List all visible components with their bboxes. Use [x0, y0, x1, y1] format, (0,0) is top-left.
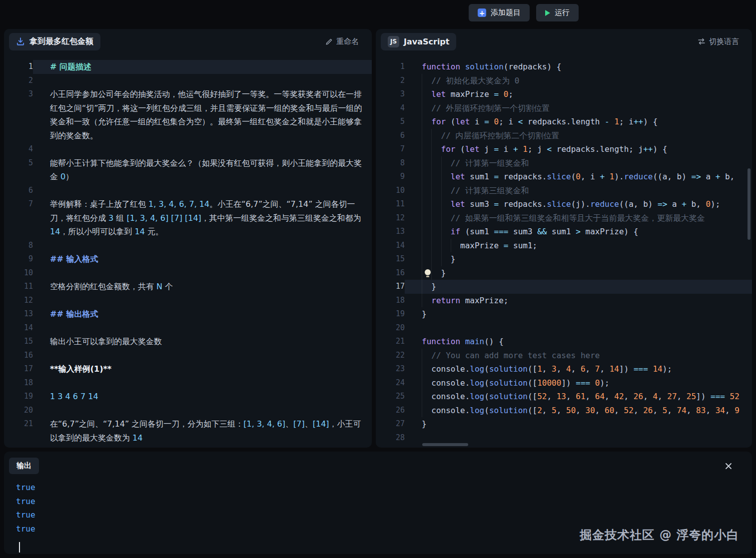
line-number: 20	[4, 404, 33, 418]
md-line[interactable]: 5能帮小王计算下他能拿到的最大奖金么？（如果没有红包可获得，则小王能拿到的最大奖…	[4, 156, 372, 184]
line-number: 1	[376, 60, 405, 74]
md-line[interactable]: 13## 输出格式	[4, 307, 372, 321]
md-line[interactable]: 14	[4, 321, 372, 335]
indent-guide	[441, 252, 451, 266]
code-line[interactable]: 12// 如果第一组和第三组奖金和相等且大于当前最大奖金，更新最大奖金	[376, 211, 752, 225]
line-number: 27	[376, 417, 405, 431]
output-line: true	[16, 495, 35, 509]
code-line[interactable]: 26console.log(solution([2, 5, 50, 30, 60…	[376, 404, 752, 418]
code-line-content	[405, 321, 752, 335]
line-number: 22	[376, 349, 405, 363]
code-line[interactable]: 14maxPrize = sum1;	[376, 239, 752, 253]
md-line[interactable]: 3小王同学参加公司年会的抽奖活动，他运气很好抽到了一等奖。一等奖获奖者可以在一排…	[4, 87, 372, 142]
md-line[interactable]: 191 3 4 6 7 14	[4, 390, 372, 404]
md-line-content: 空格分割的红包金额数，共有 N 个	[33, 280, 372, 294]
code-line[interactable]: 20	[376, 321, 752, 335]
code-line[interactable]: 5for (let i = 0; i < redpacks.length - 1…	[376, 115, 752, 129]
code-line-content: for (let i = 0; i < redpacks.length - 1;…	[405, 115, 752, 129]
md-line[interactable]: 21在“6,7”之间、“7,14” 之间各切一刀，分为如下三组：[1, 3, 4…	[4, 417, 372, 445]
md-line[interactable]: 11空格分割的红包金额数，共有 N 个	[4, 280, 372, 294]
vertical-scrollbar-thumb[interactable]	[748, 168, 751, 240]
line-number: 16	[4, 349, 33, 363]
indent-guide	[422, 156, 431, 170]
md-line[interactable]: 4	[4, 142, 372, 156]
code-line[interactable]: 19}	[376, 307, 752, 321]
line-number: 13	[376, 225, 405, 239]
code-line[interactable]: 7for (let j = i + 1; j < redpacks.length…	[376, 142, 752, 156]
md-line[interactable]: 16	[4, 349, 372, 363]
code-line[interactable]: 16}	[376, 266, 752, 280]
lightbulb-icon[interactable]	[424, 269, 431, 277]
output-tab[interactable]: 输出	[9, 458, 39, 474]
line-number: 24	[376, 376, 405, 390]
code-line[interactable]: 23console.log(solution([1, 3, 4, 6, 7, 1…	[376, 362, 752, 376]
code-line[interactable]: 22// You can add more test cases here	[376, 349, 752, 363]
md-line[interactable]: 20	[4, 404, 372, 418]
md-line-content	[33, 239, 372, 253]
code-line[interactable]: 13if (sum1 === sum3 && sum1 > maxPrize) …	[376, 225, 752, 239]
code-line[interactable]: 28	[376, 431, 752, 445]
indent-guide	[422, 376, 431, 390]
output-line: true	[16, 522, 35, 536]
terminal-cursor	[19, 542, 20, 553]
code-line[interactable]: 24console.log(solution([10000]) === 0);	[376, 376, 752, 390]
code-line[interactable]: 27}	[376, 417, 752, 431]
md-line-content: # 问题描述	[33, 60, 372, 74]
md-line[interactable]: 15输出小王可以拿到的最大奖金数	[4, 335, 372, 349]
code-line-content	[405, 431, 752, 445]
code-line[interactable]: 2// 初始化最大奖金为 0	[376, 74, 752, 88]
code-line[interactable]: 1function solution(redpacks) {	[376, 60, 752, 74]
md-line[interactable]: 6	[4, 184, 372, 198]
code-line[interactable]: 10// 计算第三组奖金和	[376, 184, 752, 198]
md-line-content	[33, 349, 372, 363]
md-line[interactable]: 17**输入样例(1)**	[4, 362, 372, 376]
code-line-content: // 计算第一组奖金和	[405, 156, 752, 170]
md-line[interactable]: 1# 问题描述	[4, 60, 372, 74]
md-line[interactable]: 9## 输入格式	[4, 252, 372, 266]
code-line[interactable]: 18return maxPrize;	[376, 294, 752, 308]
md-line[interactable]: 8	[4, 239, 372, 253]
output-console[interactable]: truetruetruetrue	[16, 481, 35, 536]
code-line[interactable]: 9let sum1 = redpacks.slice(0, i + 1).red…	[376, 170, 752, 184]
indent-guide	[422, 87, 431, 101]
md-line-content: ## 输入格式	[33, 252, 372, 266]
horizontal-scrollbar-thumb[interactable]	[422, 443, 468, 446]
code-line[interactable]: 11let sum3 = redpacks.slice(j).reduce((a…	[376, 197, 752, 211]
switch-language-button[interactable]: 切换语言	[695, 36, 742, 47]
problem-title-chip[interactable]: 拿到最多红包金额	[9, 33, 100, 50]
md-line[interactable]: 10	[4, 266, 372, 280]
code-line-content: }	[405, 252, 752, 266]
close-output-button[interactable]	[724, 462, 733, 471]
line-number: 20	[376, 321, 405, 335]
indent-guide	[431, 266, 441, 280]
md-line[interactable]: 12	[4, 294, 372, 308]
add-problem-button[interactable]: + 添加题目	[469, 4, 530, 21]
md-line[interactable]: 18	[4, 376, 372, 390]
code-line[interactable]: 3let maxPrize = 0;	[376, 87, 752, 101]
code-line[interactable]: 25console.log(solution([52, 13, 61, 64, …	[376, 390, 752, 404]
md-line[interactable]: 7举例解释：桌子上放了红包 1, 3, 4, 6, 7, 14。小王在“6,7”…	[4, 197, 372, 239]
language-chip[interactable]: JS JavaScript	[381, 33, 456, 50]
code-editor[interactable]: 1function solution(redpacks) {2// 初始化最大奖…	[376, 54, 752, 448]
indent-guide	[431, 225, 441, 239]
line-number: 2	[376, 74, 405, 88]
indent-guide	[422, 115, 431, 129]
code-line[interactable]: 8// 计算第一组奖金和	[376, 156, 752, 170]
code-line[interactable]: 17}	[376, 280, 752, 294]
code-line[interactable]: 15}	[376, 252, 752, 266]
line-number: 25	[376, 390, 405, 404]
code-line[interactable]: 4// 外层循环控制第一个切割位置	[376, 101, 752, 115]
run-label: 运行	[555, 8, 570, 17]
md-line[interactable]: 2	[4, 74, 372, 88]
problem-editor[interactable]: 1# 问题描述23小王同学参加公司年会的抽奖活动，他运气很好抽到了一等奖。一等奖…	[4, 54, 372, 448]
md-line-content	[33, 404, 372, 418]
md-line-content	[33, 321, 372, 335]
md-line-content: 在“6,7”之间、“7,14” 之间各切一刀，分为如下三组：[1, 3, 4, …	[33, 417, 372, 445]
code-line[interactable]: 21function main() {	[376, 335, 752, 349]
rename-button[interactable]: 重命名	[322, 36, 362, 47]
code-line-content: }	[405, 307, 752, 321]
code-line[interactable]: 6// 内层循环控制第二个切割位置	[376, 129, 752, 143]
run-button[interactable]: 运行	[536, 4, 579, 21]
output-line: true	[16, 508, 35, 522]
line-number: 23	[376, 362, 405, 376]
